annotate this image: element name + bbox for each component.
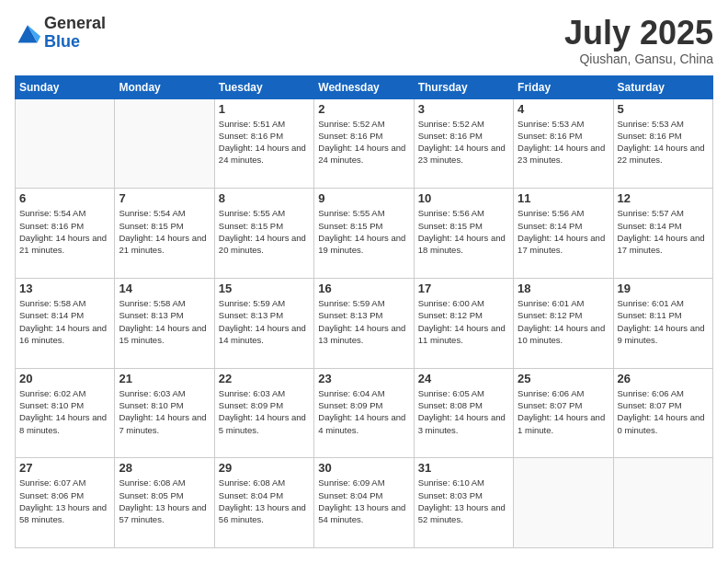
calendar-cell: 19Sunrise: 6:01 AMSunset: 8:11 PMDayligh… (613, 278, 712, 368)
day-number: 24 (418, 372, 509, 385)
header: General Blue July 2025 Qiushan, Gansu, C… (15, 15, 713, 66)
logo-icon (15, 20, 40, 46)
day-info: Sunrise: 6:09 AMSunset: 8:04 PMDaylight:… (318, 477, 409, 525)
calendar-cell: 13Sunrise: 5:58 AMSunset: 8:14 PMDayligh… (16, 278, 115, 368)
calendar-cell: 24Sunrise: 6:05 AMSunset: 8:08 PMDayligh… (414, 368, 513, 458)
day-info: Sunrise: 5:53 AMSunset: 8:16 PMDaylight:… (518, 118, 609, 167)
day-info: Sunrise: 6:01 AMSunset: 8:11 PMDaylight:… (618, 297, 709, 346)
calendar-cell: 10Sunrise: 5:56 AMSunset: 8:15 PMDayligh… (414, 189, 513, 279)
day-info: Sunrise: 5:56 AMSunset: 8:14 PMDaylight:… (518, 207, 609, 256)
day-number: 5 (618, 102, 709, 116)
day-info: Sunrise: 6:03 AMSunset: 8:10 PMDaylight:… (119, 387, 210, 436)
day-info: Sunrise: 6:08 AMSunset: 8:05 PMDaylight:… (119, 477, 210, 525)
logo-text: General Blue (44, 15, 106, 52)
calendar-cell: 17Sunrise: 6:00 AMSunset: 8:12 PMDayligh… (414, 278, 513, 368)
location: Qiushan, Gansu, China (564, 52, 713, 66)
calendar-cell: 16Sunrise: 5:59 AMSunset: 8:13 PMDayligh… (314, 278, 414, 368)
day-number: 11 (518, 191, 609, 205)
title-block: July 2025 Qiushan, Gansu, China (564, 15, 713, 66)
day-info: Sunrise: 5:56 AMSunset: 8:15 PMDaylight:… (418, 207, 509, 256)
day-number: 26 (618, 372, 709, 385)
day-info: Sunrise: 5:54 AMSunset: 8:16 PMDaylight:… (19, 207, 110, 256)
calendar-cell: 22Sunrise: 6:03 AMSunset: 8:09 PMDayligh… (214, 368, 313, 458)
day-number: 27 (19, 461, 110, 475)
day-number: 20 (19, 372, 110, 385)
day-number: 8 (219, 191, 310, 205)
day-number: 28 (119, 461, 210, 475)
day-info: Sunrise: 5:58 AMSunset: 8:14 PMDaylight:… (19, 297, 110, 346)
calendar-table: SundayMondayTuesdayWednesdayThursdayFrid… (15, 75, 713, 548)
day-info: Sunrise: 6:08 AMSunset: 8:04 PMDaylight:… (219, 477, 310, 525)
calendar-cell: 20Sunrise: 6:02 AMSunset: 8:10 PMDayligh… (16, 368, 115, 458)
day-info: Sunrise: 5:51 AMSunset: 8:16 PMDaylight:… (219, 118, 310, 167)
day-number: 18 (518, 282, 609, 295)
calendar-cell: 26Sunrise: 6:06 AMSunset: 8:07 PMDayligh… (613, 368, 712, 458)
day-header-monday: Monday (115, 75, 214, 98)
day-info: Sunrise: 5:54 AMSunset: 8:15 PMDaylight:… (119, 207, 210, 256)
calendar-cell: 1Sunrise: 5:51 AMSunset: 8:16 PMDaylight… (214, 98, 313, 189)
calendar-week-1: 1Sunrise: 5:51 AMSunset: 8:16 PMDaylight… (16, 98, 713, 189)
day-info: Sunrise: 5:59 AMSunset: 8:13 PMDaylight:… (219, 297, 310, 346)
day-number: 12 (618, 191, 709, 205)
calendar-week-5: 27Sunrise: 6:07 AMSunset: 8:06 PMDayligh… (16, 458, 713, 548)
day-info: Sunrise: 6:02 AMSunset: 8:10 PMDaylight:… (19, 387, 110, 436)
calendar-cell: 25Sunrise: 6:06 AMSunset: 8:07 PMDayligh… (514, 368, 613, 458)
day-number: 3 (418, 102, 509, 116)
day-info: Sunrise: 5:52 AMSunset: 8:16 PMDaylight:… (418, 118, 509, 167)
calendar-cell: 6Sunrise: 5:54 AMSunset: 8:16 PMDaylight… (16, 189, 115, 279)
day-number: 15 (219, 282, 310, 295)
day-header-friday: Friday (514, 75, 613, 98)
calendar-cell: 8Sunrise: 5:55 AMSunset: 8:15 PMDaylight… (214, 189, 313, 279)
day-number: 30 (318, 461, 409, 475)
day-info: Sunrise: 6:06 AMSunset: 8:07 PMDaylight:… (618, 387, 709, 436)
day-number: 19 (618, 282, 709, 295)
day-number: 16 (318, 282, 409, 295)
calendar-cell: 5Sunrise: 5:53 AMSunset: 8:16 PMDaylight… (613, 98, 712, 189)
day-number: 6 (19, 191, 110, 205)
calendar-cell: 3Sunrise: 5:52 AMSunset: 8:16 PMDaylight… (414, 98, 513, 189)
day-header-thursday: Thursday (414, 75, 513, 98)
calendar-cell: 4Sunrise: 5:53 AMSunset: 8:16 PMDaylight… (514, 98, 613, 189)
calendar-week-4: 20Sunrise: 6:02 AMSunset: 8:10 PMDayligh… (16, 368, 713, 458)
calendar-cell: 2Sunrise: 5:52 AMSunset: 8:16 PMDaylight… (314, 98, 414, 189)
calendar-cell: 30Sunrise: 6:09 AMSunset: 8:04 PMDayligh… (314, 458, 414, 548)
calendar-cell: 21Sunrise: 6:03 AMSunset: 8:10 PMDayligh… (115, 368, 214, 458)
calendar-cell: 29Sunrise: 6:08 AMSunset: 8:04 PMDayligh… (214, 458, 313, 548)
day-info: Sunrise: 5:59 AMSunset: 8:13 PMDaylight:… (318, 297, 409, 346)
day-info: Sunrise: 6:00 AMSunset: 8:12 PMDaylight:… (418, 297, 509, 346)
day-number: 25 (518, 372, 609, 385)
day-number: 31 (418, 461, 509, 475)
calendar-cell: 31Sunrise: 6:10 AMSunset: 8:03 PMDayligh… (414, 458, 513, 548)
day-info: Sunrise: 5:58 AMSunset: 8:13 PMDaylight:… (119, 297, 210, 346)
day-info: Sunrise: 5:55 AMSunset: 8:15 PMDaylight:… (219, 207, 310, 256)
calendar-cell: 7Sunrise: 5:54 AMSunset: 8:15 PMDaylight… (115, 189, 214, 279)
month-title: July 2025 (564, 15, 713, 52)
day-info: Sunrise: 6:01 AMSunset: 8:12 PMDaylight:… (518, 297, 609, 346)
day-info: Sunrise: 5:55 AMSunset: 8:15 PMDaylight:… (318, 207, 409, 256)
calendar-cell: 11Sunrise: 5:56 AMSunset: 8:14 PMDayligh… (514, 189, 613, 279)
day-info: Sunrise: 6:03 AMSunset: 8:09 PMDaylight:… (219, 387, 310, 436)
logo-general: General (44, 15, 106, 33)
calendar-week-3: 13Sunrise: 5:58 AMSunset: 8:14 PMDayligh… (16, 278, 713, 368)
calendar-header-row: SundayMondayTuesdayWednesdayThursdayFrid… (16, 75, 713, 98)
calendar-cell: 27Sunrise: 6:07 AMSunset: 8:06 PMDayligh… (16, 458, 115, 548)
calendar-cell: 12Sunrise: 5:57 AMSunset: 8:14 PMDayligh… (613, 189, 712, 279)
day-number: 2 (318, 102, 409, 116)
day-info: Sunrise: 6:07 AMSunset: 8:06 PMDaylight:… (19, 477, 110, 525)
calendar-cell (613, 458, 712, 548)
calendar-cell (115, 98, 214, 189)
calendar-cell: 9Sunrise: 5:55 AMSunset: 8:15 PMDaylight… (314, 189, 414, 279)
calendar-cell (514, 458, 613, 548)
day-header-wednesday: Wednesday (314, 75, 414, 98)
calendar-cell: 28Sunrise: 6:08 AMSunset: 8:05 PMDayligh… (115, 458, 214, 548)
day-info: Sunrise: 5:57 AMSunset: 8:14 PMDaylight:… (618, 207, 709, 256)
day-number: 17 (418, 282, 509, 295)
calendar-cell (16, 98, 115, 189)
calendar-cell: 18Sunrise: 6:01 AMSunset: 8:12 PMDayligh… (514, 278, 613, 368)
day-number: 23 (318, 372, 409, 385)
day-header-sunday: Sunday (16, 75, 115, 98)
calendar-cell: 15Sunrise: 5:59 AMSunset: 8:13 PMDayligh… (214, 278, 313, 368)
calendar-cell: 14Sunrise: 5:58 AMSunset: 8:13 PMDayligh… (115, 278, 214, 368)
logo: General Blue (15, 15, 106, 52)
day-info: Sunrise: 5:53 AMSunset: 8:16 PMDaylight:… (618, 118, 709, 167)
